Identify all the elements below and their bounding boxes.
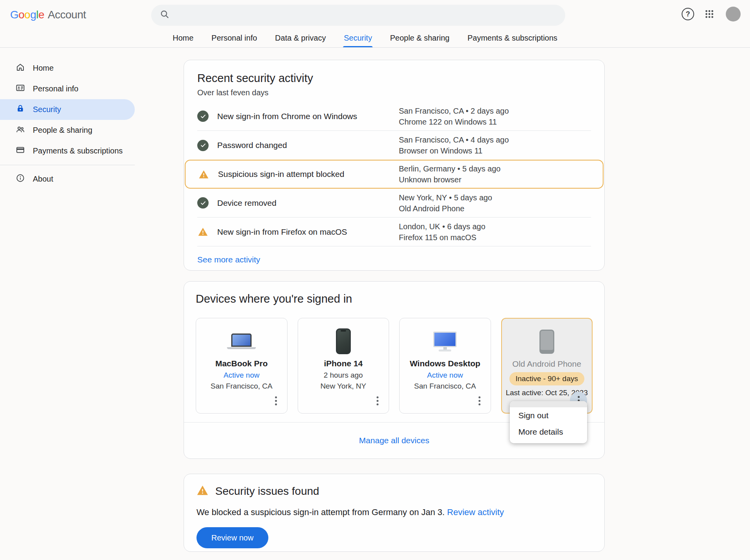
activity-meta-line1: London, UK • 6 days ago xyxy=(399,221,586,232)
check-circle-icon xyxy=(197,197,209,209)
issues-title: Security issues found xyxy=(215,485,319,498)
sidebar-item-label: Payments & subscriptions xyxy=(33,146,123,155)
devices-card-title: Devices where you're signed in xyxy=(196,292,593,305)
home-icon xyxy=(16,62,25,74)
sidebar-item-label: Security xyxy=(33,105,61,114)
tab-personal-info[interactable]: Personal info xyxy=(211,28,257,48)
device-tile-old-android-phone[interactable]: Old Android Phone Inactive - 90+ days La… xyxy=(501,318,593,414)
activity-card-subtitle: Over last feven days xyxy=(197,88,591,97)
device-status: 2 hours ago xyxy=(298,371,389,380)
activity-list: New sign-in from Chrome on Windows San F… xyxy=(197,102,591,246)
sidebar-item-about[interactable]: About xyxy=(0,169,135,189)
sidebar-item-security[interactable]: Security xyxy=(0,99,135,120)
activity-meta: San Francisco, CA • 4 days ago Browser o… xyxy=(399,134,586,156)
logo-letter: g xyxy=(30,9,36,21)
device-location: New York, NY xyxy=(298,382,389,391)
device-tile-windows-desktop[interactable]: Windows Desktop Active now San Francisco… xyxy=(399,318,491,414)
tab-data-privacy[interactable]: Data & privacy xyxy=(275,28,326,48)
issues-body: We blocked a suspicious sign-in attempt … xyxy=(196,507,592,517)
inactive-badge: Inactive - 90+ days xyxy=(509,372,584,385)
activity-meta-line2: Browser on Windows 11 xyxy=(399,145,586,156)
device-tile-iphone-14[interactable]: iPhone 14 2 hours ago New York, NY xyxy=(298,318,389,414)
google-account-security-page: Google Account ? Home Personal info Data… xyxy=(0,0,750,560)
issues-body-text: We blocked a suspicious sign-in attempt … xyxy=(196,507,445,517)
logo-letter: G xyxy=(10,9,18,21)
avatar[interactable] xyxy=(726,7,741,21)
device-context-menu: Sign out More details xyxy=(510,401,587,443)
activity-row[interactable]: New sign-in from Firefox on macOS London… xyxy=(197,218,591,246)
google-account-logo[interactable]: Google Account xyxy=(10,9,86,21)
sidebar-item-payments-subscriptions[interactable]: Payments & subscriptions xyxy=(0,141,135,161)
phone-dark-icon xyxy=(298,328,389,355)
sidebar-item-label: Home xyxy=(33,64,54,73)
laptop-icon xyxy=(196,328,287,355)
activity-meta-line2: Chrome 122 on Windows 11 xyxy=(399,116,586,127)
warning-triangle-icon xyxy=(197,226,209,237)
warning-triangle-icon xyxy=(196,484,209,498)
tab-people-sharing[interactable]: People & sharing xyxy=(390,28,449,48)
review-now-button[interactable]: Review now xyxy=(196,527,268,548)
activity-label: Password changed xyxy=(217,141,287,150)
check-circle-icon xyxy=(197,140,209,151)
device-location: San Francisco, CA xyxy=(196,382,287,391)
sidebar-item-label: People & sharing xyxy=(33,126,92,135)
device-status: Active now xyxy=(196,371,287,380)
people-icon xyxy=(16,125,25,136)
activity-meta-line2: Unknown browser xyxy=(399,174,586,185)
activity-row[interactable]: Password changed San Francisco, CA • 4 d… xyxy=(197,131,591,160)
search-input[interactable] xyxy=(151,5,565,26)
warning-triangle-icon xyxy=(198,169,209,180)
check-circle-icon xyxy=(197,111,209,122)
activity-meta: San Francisco, CA • 2 days ago Chrome 12… xyxy=(399,105,586,127)
lock-icon xyxy=(16,104,25,115)
activity-label: Suspicious sign-in attempt blocked xyxy=(218,169,344,179)
device-tile-macbook-pro[interactable]: MacBook Pro Active now San Francisco, CA xyxy=(196,318,288,414)
activity-meta-line1: New York, NY • 5 days ago xyxy=(399,192,586,203)
tab-payments-subscriptions[interactable]: Payments & subscriptions xyxy=(468,28,557,48)
sidebar-item-people-sharing[interactable]: People & sharing xyxy=(0,120,135,141)
activity-meta-line2: Firefox 115 on macOS xyxy=(399,232,586,243)
activity-label: New sign-in from Firefox on macOS xyxy=(217,227,347,237)
logo-product-name: Account xyxy=(48,9,86,21)
phone-gray-icon xyxy=(502,328,592,355)
device-menu-kebab-icon[interactable] xyxy=(273,395,279,407)
credit-card-icon xyxy=(16,145,25,157)
search-icon xyxy=(160,9,170,21)
activity-meta-line2: Old Android Phone xyxy=(399,203,586,214)
device-name: Old Android Phone xyxy=(502,359,592,369)
logo-letter: o xyxy=(18,9,24,21)
activity-label: New sign-in from Chrome on Windows xyxy=(217,112,357,121)
sidebar-item-label: About xyxy=(33,175,53,184)
activity-meta-line1: San Francisco, CA • 2 days ago xyxy=(399,105,586,116)
menu-item-sign-out[interactable]: Sign out xyxy=(510,407,587,424)
manage-all-devices-link[interactable]: Manage all devices xyxy=(359,436,429,445)
activity-meta-line1: San Francisco, CA • 4 days ago xyxy=(399,134,586,145)
tab-home[interactable]: Home xyxy=(173,28,193,48)
activity-meta: Berlin, Germany • 5 days ago Unknown bro… xyxy=(399,163,586,185)
tab-security[interactable]: Security xyxy=(344,28,372,48)
help-button[interactable]: ? xyxy=(681,7,695,21)
activity-row[interactable]: New sign-in from Chrome on Windows San F… xyxy=(197,102,591,131)
issues-header: Security issues found xyxy=(196,484,592,498)
monitor-icon xyxy=(400,328,491,355)
help-icon: ? xyxy=(682,8,694,20)
sidebar-item-home[interactable]: Home xyxy=(0,58,135,78)
security-issues-card: Security issues found We blocked a suspi… xyxy=(184,474,605,552)
review-activity-link[interactable]: Review activity xyxy=(447,507,504,517)
sidebar-item-personal-info[interactable]: Personal info xyxy=(0,78,135,99)
see-more-activity-link[interactable]: See more activity xyxy=(197,255,260,264)
device-location: San Francisco, CA xyxy=(400,382,491,391)
device-tiles: MacBook Pro Active now San Francisco, CA… xyxy=(196,318,593,414)
activity-row-suspicious-highlighted[interactable]: Suspicious sign-in attempt blocked Berli… xyxy=(185,160,604,189)
device-status: Active now xyxy=(400,371,491,380)
device-menu-kebab-icon[interactable] xyxy=(477,395,482,407)
device-menu-kebab-icon[interactable] xyxy=(375,395,380,407)
device-name: Windows Desktop xyxy=(400,359,491,368)
apps-grid-button[interactable] xyxy=(703,8,716,21)
menu-item-more-details[interactable]: More details xyxy=(510,424,587,440)
sidebar-item-label: Personal info xyxy=(33,84,79,93)
primary-nav: Home Personal info Data & privacy Securi… xyxy=(173,28,557,48)
info-icon xyxy=(16,173,25,185)
activity-row[interactable]: Device removed New York, NY • 5 days ago… xyxy=(197,189,591,218)
id-card-icon xyxy=(16,83,25,95)
